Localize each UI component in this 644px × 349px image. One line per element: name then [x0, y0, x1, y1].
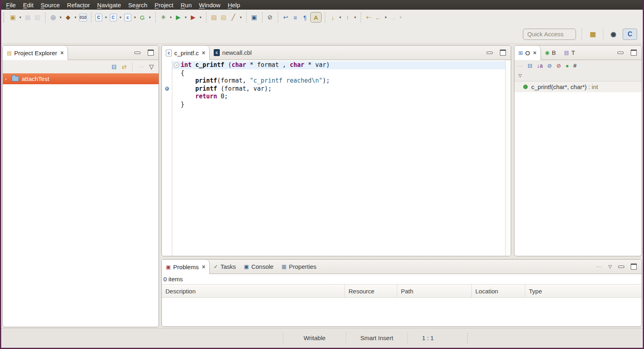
hide-fields-icon[interactable]: ⊘ — [547, 62, 552, 69]
tab-console[interactable]: ▣Console — [240, 260, 277, 274]
menu-item-refactor[interactable]: Refactor — [64, 1, 94, 9]
code-line[interactable]: −int c_printf (char * format , char * va… — [162, 61, 511, 69]
view-menu-icon[interactable]: ▽ — [518, 73, 522, 78]
hide-macros-icon[interactable]: # — [573, 62, 576, 69]
close-icon[interactable]: × — [202, 50, 205, 56]
search-icon[interactable]: ╱ — [229, 12, 238, 22]
collapse-all-icon[interactable]: ⊟ — [528, 62, 533, 69]
console-icon[interactable]: ▣ — [250, 12, 259, 22]
search-dropdown-icon[interactable]: ▾ — [238, 15, 244, 19]
fold-cell[interactable] — [172, 85, 181, 93]
debug-perspective-icon[interactable]: ◉ — [608, 29, 619, 39]
new-c-project-dropdown-icon[interactable]: ▾ — [103, 15, 109, 19]
code-line[interactable]: { — [162, 69, 511, 77]
tab-b[interactable]: ◉B — [541, 46, 560, 60]
new-make-target-icon[interactable]: G — [138, 12, 147, 22]
c-cpp-perspective-icon[interactable]: C — [623, 29, 637, 40]
maximize-icon[interactable] — [148, 50, 154, 56]
remote-connection-dropdown-icon[interactable]: ▾ — [58, 15, 63, 19]
open-perspective-icon[interactable]: ▦ — [588, 29, 598, 39]
build-icon[interactable]: ◆ — [64, 12, 72, 22]
profile-dropdown-icon[interactable]: ▾ — [198, 15, 203, 19]
code-text[interactable]: { — [181, 69, 505, 77]
tab-properties[interactable]: ▦Properties — [277, 260, 320, 274]
debug-dropdown-icon[interactable]: ▾ — [168, 15, 173, 19]
code-line[interactable]: printf(format, "c_printf reached\n"); — [162, 77, 511, 85]
tab-c-printf-c[interactable]: cc_printf.c× — [162, 46, 210, 60]
code-line[interactable]: printf (format, var); — [162, 85, 511, 93]
code-area[interactable]: −int c_printf (char * format , char * va… — [162, 60, 511, 256]
toolbar-drag-handle[interactable] — [3, 12, 6, 22]
column-header-type[interactable]: Type — [525, 285, 642, 297]
menu-item-navigate[interactable]: Navigate — [93, 1, 124, 9]
project-explorer-tree[interactable]: ▸ attachTest — [3, 73, 159, 84]
run-dropdown-icon[interactable]: ▾ — [183, 15, 188, 19]
code-text[interactable]: printf(format, "c_printf reached\n"); — [181, 77, 505, 85]
close-icon[interactable]: × — [202, 264, 205, 270]
new-c-file-icon[interactable]: c — [124, 14, 131, 21]
code-text[interactable]: int c_printf (char * format , char * var… — [181, 61, 505, 69]
new-class-dropdown-icon[interactable]: ▾ — [118, 15, 123, 19]
tab-o[interactable]: ⊞O× — [514, 46, 541, 60]
code-text[interactable]: } — [181, 101, 505, 109]
menu-item-window[interactable]: Window — [195, 1, 224, 9]
menu-item-edit[interactable]: Edit — [19, 1, 37, 9]
debug-icon[interactable]: ✳ — [159, 12, 168, 22]
close-icon[interactable]: × — [533, 50, 537, 56]
new-wizard-dropdown-icon[interactable]: ▾ — [18, 15, 23, 19]
outline-tree[interactable]: c_printf(char*, char*) : int — [514, 81, 642, 92]
fold-cell[interactable]: − — [172, 61, 181, 69]
code-text[interactable]: printf (format, var); — [181, 85, 505, 93]
remote-connection-icon[interactable]: ◎ — [49, 12, 58, 22]
minimize-icon[interactable] — [617, 52, 623, 54]
previous-annotation-dropdown-icon[interactable]: ▾ — [353, 15, 358, 19]
view-menu-icon[interactable]: ▽ — [149, 63, 154, 71]
new-c-project-icon[interactable]: C — [95, 14, 102, 21]
last-edit-location-icon[interactable]: ⇠ — [364, 12, 373, 22]
next-annotation-icon[interactable]: ↓ — [328, 12, 337, 22]
column-header-path[interactable]: Path — [397, 285, 472, 297]
fold-cell[interactable] — [172, 93, 181, 101]
view-menu-icon[interactable]: ▽ — [609, 264, 612, 269]
show-whitespace-icon[interactable]: ¶ — [301, 12, 310, 22]
column-header-description[interactable]: Description — [162, 285, 345, 297]
annotation-ruler-cell[interactable] — [162, 77, 172, 85]
back-icon[interactable]: ← — [374, 12, 383, 22]
menu-item-file[interactable]: File — [2, 1, 19, 9]
close-icon[interactable]: × — [60, 50, 64, 56]
build-dropdown-icon[interactable]: ▾ — [73, 15, 78, 19]
annotation-ruler-cell[interactable] — [162, 61, 172, 69]
outline-item[interactable]: c_printf(char*, char*) : int — [514, 81, 642, 92]
code-line[interactable]: return 0; — [162, 93, 511, 101]
maximize-icon[interactable] — [631, 50, 637, 56]
tab-tasks[interactable]: ✓Tasks — [210, 260, 240, 274]
fold-cell[interactable] — [172, 101, 181, 109]
new-wizard-icon[interactable]: ▣ — [8, 12, 17, 22]
collapse-all-icon[interactable]: ⊟ — [111, 63, 117, 71]
project-item-attachtest[interactable]: ▸ attachTest — [3, 73, 159, 84]
new-class-icon[interactable]: C — [110, 14, 117, 21]
annotation-ruler-cell[interactable] — [162, 93, 172, 101]
outline-list-icon[interactable]: ≡ — [291, 12, 300, 22]
sort-icon[interactable]: ↓a — [537, 62, 543, 69]
quick-access-input[interactable] — [523, 29, 576, 40]
hide-non-public-icon[interactable]: ● — [566, 62, 569, 69]
previous-annotation-icon[interactable]: ↑ — [343, 12, 352, 22]
scroll-lock-icon[interactable]: ⊘ — [266, 12, 275, 22]
menu-item-help[interactable]: Help — [224, 1, 244, 9]
minimize-icon[interactable] — [618, 266, 624, 268]
back-dropdown-icon[interactable]: ▾ — [383, 15, 388, 19]
tab-problems[interactable]: ▣Problems× — [162, 260, 210, 274]
open-resource-icon[interactable]: ▤ — [219, 12, 228, 22]
show-source-icon[interactable]: ↩ — [281, 12, 290, 22]
code-text[interactable]: return 0; — [181, 93, 505, 101]
annotation-ruler-cell[interactable] — [162, 69, 172, 77]
next-annotation-dropdown-icon[interactable]: ▾ — [338, 15, 343, 19]
tab-project-explorer[interactable]: ▤Project Explorer× — [3, 46, 68, 60]
highlight-icon[interactable]: A — [310, 12, 322, 23]
code-line[interactable]: } — [162, 101, 511, 109]
column-header-location[interactable]: Location — [472, 285, 525, 297]
minimize-icon[interactable] — [134, 52, 140, 54]
maximize-icon[interactable] — [500, 50, 506, 56]
menu-item-search[interactable]: Search — [125, 1, 151, 9]
